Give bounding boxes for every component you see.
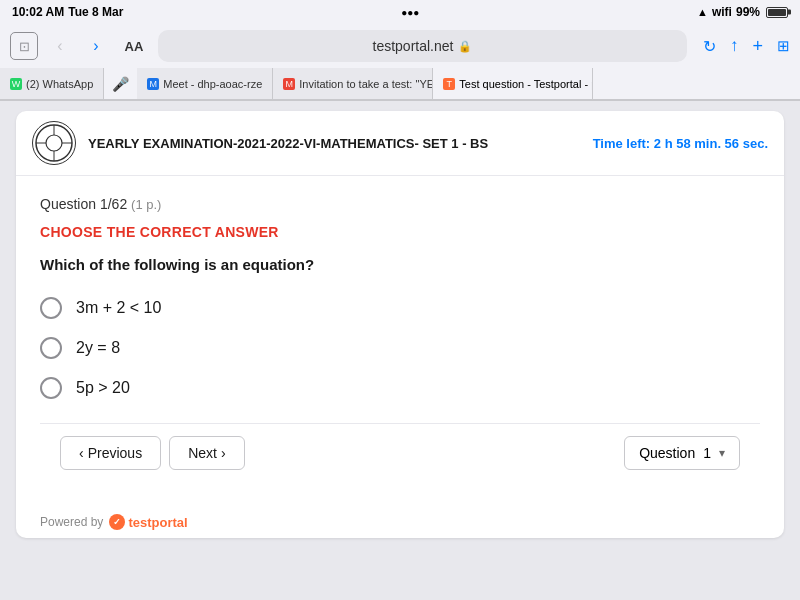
nav-footer: ‹ Previous Next › Question 1 ▾ [40, 423, 760, 486]
next-chevron-icon: › [221, 445, 226, 461]
time-left: Time left: 2 h 58 min. 56 sec. [593, 136, 768, 151]
question-selector-value: 1 [703, 445, 711, 461]
wifi-icon: wifi [712, 5, 732, 19]
battery-percentage: 99% [736, 5, 760, 19]
text-size-button[interactable]: AA [118, 35, 150, 57]
option-a-radio[interactable] [40, 297, 62, 319]
share-button[interactable]: ↑ [730, 36, 739, 56]
mic-button[interactable]: 🎤 [104, 68, 137, 99]
question-area: Question 1/62 (1 p.) CHOOSE THE CORRECT … [16, 176, 784, 506]
option-c-text: 5p > 20 [76, 379, 130, 397]
exam-container: YEARLY EXAMINATION-2021-2022-VI-MATHEMAT… [16, 111, 784, 538]
tab-meet-label: Meet - dhp-aoac-rze [163, 78, 262, 90]
next-label: Next [188, 445, 217, 461]
option-a-text: 3m + 2 < 10 [76, 299, 161, 317]
battery-icon [766, 7, 788, 18]
option-c-radio[interactable] [40, 377, 62, 399]
tab-whatsapp[interactable]: W (2) WhatsApp [0, 68, 104, 99]
tab-meet[interactable]: M Meet - dhp-aoac-rze [137, 68, 273, 99]
option-b-radio[interactable] [40, 337, 62, 359]
tab-testportal[interactable]: T Test question - Testportal - pla... [433, 68, 593, 99]
question-selector-label: Question [639, 445, 695, 461]
tabs-button[interactable]: ⊞ [777, 37, 790, 55]
status-time: 10:02 AM [12, 5, 64, 19]
option-b-text: 2y = 8 [76, 339, 120, 357]
option-c[interactable]: 5p > 20 [40, 377, 760, 399]
question-selector[interactable]: Question 1 ▾ [624, 436, 740, 470]
question-number: Question 1/62 [40, 196, 127, 212]
testportal-favicon: T [443, 78, 455, 90]
status-day: Tue 8 Mar [68, 5, 123, 19]
school-logo [32, 121, 76, 165]
testportal-logo-icon: ✓ [109, 514, 125, 530]
new-tab-button[interactable]: + [752, 36, 763, 57]
prev-label: Previous [88, 445, 142, 461]
prev-chevron-icon: ‹ [79, 445, 84, 461]
exam-title: YEARLY EXAMINATION-2021-2022-VI-MATHEMAT… [88, 136, 488, 151]
tab-gmail-label: Invitation to take a test: "YEA... [299, 78, 433, 90]
tab-whatsapp-label: (2) WhatsApp [26, 78, 93, 90]
testportal-logo: ✓ testportal [109, 514, 187, 530]
question-header: Question 1/62 (1 p.) [40, 196, 760, 212]
address-bar[interactable]: testportal.net 🔒 [158, 30, 687, 62]
tab-testportal-label: Test question - Testportal - pla... [459, 78, 593, 90]
powered-by: Powered by ✓ testportal [16, 506, 784, 538]
meet-favicon: M [147, 78, 159, 90]
nav-buttons: ‹ Previous Next › [60, 436, 245, 470]
exam-header: YEARLY EXAMINATION-2021-2022-VI-MATHEMAT… [16, 111, 784, 176]
forward-button[interactable]: › [82, 32, 110, 60]
option-b[interactable]: 2y = 8 [40, 337, 760, 359]
status-bar: 10:02 AM Tue 8 Mar ●●● ▲ wifi 99% [0, 0, 800, 24]
signal-icon: ▲ [697, 6, 708, 18]
previous-button[interactable]: ‹ Previous [60, 436, 161, 470]
lock-icon: 🔒 [458, 40, 472, 53]
gmail-favicon: M [283, 78, 295, 90]
option-a[interactable]: 3m + 2 < 10 [40, 297, 760, 319]
options-list: 3m + 2 < 10 2y = 8 5p > 20 [40, 297, 760, 399]
brand-name: testportal [128, 515, 187, 530]
question-instruction: CHOOSE THE CORRECT ANSWER [40, 224, 760, 240]
browser-chrome: ⊡ ‹ › AA testportal.net 🔒 ↻ ↑ + ⊞ W (2) … [0, 24, 800, 101]
whatsapp-favicon: W [10, 78, 22, 90]
tab-gmail[interactable]: M Invitation to take a test: "YEA... [273, 68, 433, 99]
reload-button[interactable]: ↻ [703, 37, 716, 56]
main-content: YEARLY EXAMINATION-2021-2022-VI-MATHEMAT… [0, 101, 800, 600]
url-text: testportal.net [373, 38, 454, 54]
next-button[interactable]: Next › [169, 436, 244, 470]
expand-btn[interactable]: ⊡ [10, 32, 38, 60]
powered-by-text: Powered by [40, 515, 103, 529]
time-value: 2 h 58 min. 56 sec. [654, 136, 768, 151]
svg-point-1 [46, 135, 62, 151]
back-button[interactable]: ‹ [46, 32, 74, 60]
question-text: Which of the following is an equation? [40, 256, 760, 273]
browser-tabs: W (2) WhatsApp 🎤 M Meet - dhp-aoac-rze M… [0, 68, 800, 100]
chevron-down-icon: ▾ [719, 446, 725, 460]
question-points: (1 p.) [131, 197, 161, 212]
